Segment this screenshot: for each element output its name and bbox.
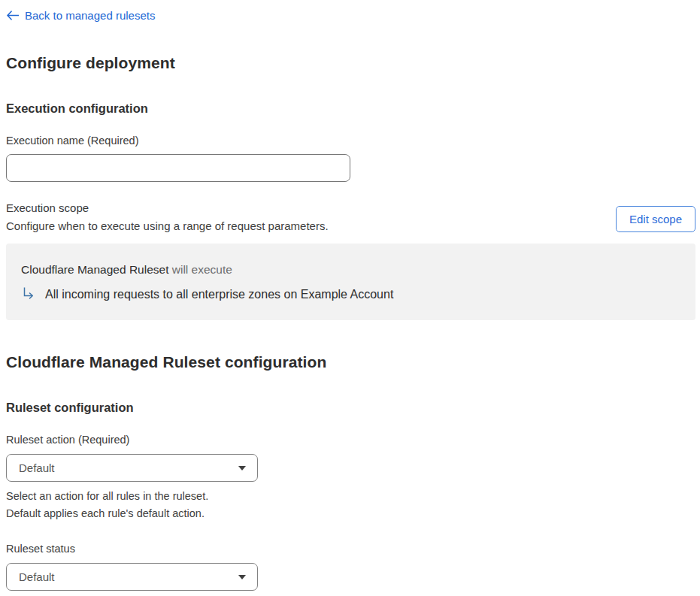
will-execute-text: will execute xyxy=(172,263,232,276)
ruleset-action-select[interactable]: Default xyxy=(6,454,258,482)
ruleset-action-help-line-1: Select an action for all rules in the ru… xyxy=(6,488,695,505)
ruleset-status-label: Ruleset status xyxy=(6,543,695,555)
ruleset-status-select[interactable]: Default xyxy=(6,563,258,591)
page-title: Configure deployment xyxy=(6,54,695,72)
execution-summary-headline: Cloudflare Managed Ruleset will execute xyxy=(21,263,680,277)
dropdown-caret-icon xyxy=(238,466,246,470)
dropdown-caret-icon xyxy=(238,575,246,579)
execution-name-label: Execution name (Required) xyxy=(6,135,695,147)
execution-configuration-heading: Execution configuration xyxy=(6,101,695,116)
ruleset-action-selected-value: Default xyxy=(19,461,55,474)
ruleset-configuration-subheading: Ruleset configuration xyxy=(6,401,695,415)
edit-scope-button[interactable]: Edit scope xyxy=(616,206,695,232)
branch-arrow-icon xyxy=(23,287,35,300)
execution-scope-row: Execution scope Configure when to execut… xyxy=(6,201,695,232)
ruleset-status-selected-value: Default xyxy=(19,570,55,583)
ruleset-name-text: Cloudflare Managed Ruleset xyxy=(21,263,168,276)
execution-scope-description: Configure when to execute using a range … xyxy=(6,219,598,232)
execution-summary-box: Cloudflare Managed Ruleset will execute … xyxy=(6,244,695,320)
back-to-managed-rulesets-link[interactable]: Back to managed rulesets xyxy=(6,9,155,22)
ruleset-action-help-line-2: Default applies each rule's default acti… xyxy=(6,505,695,522)
execution-scope-summary-text: All incoming requests to all enterprise … xyxy=(45,288,393,301)
back-arrow-icon xyxy=(6,11,19,20)
ruleset-configuration-title: Cloudflare Managed Ruleset configuration xyxy=(6,353,695,371)
execution-scope-label: Execution scope xyxy=(6,201,598,214)
execution-name-input[interactable] xyxy=(6,154,350,182)
configure-deployment-page: Back to managed rulesets Configure deplo… xyxy=(0,0,700,596)
execution-summary-scope-line: All incoming requests to all enterprise … xyxy=(23,288,680,301)
ruleset-action-label: Ruleset action (Required) xyxy=(6,434,695,446)
back-link-label: Back to managed rulesets xyxy=(25,9,155,22)
